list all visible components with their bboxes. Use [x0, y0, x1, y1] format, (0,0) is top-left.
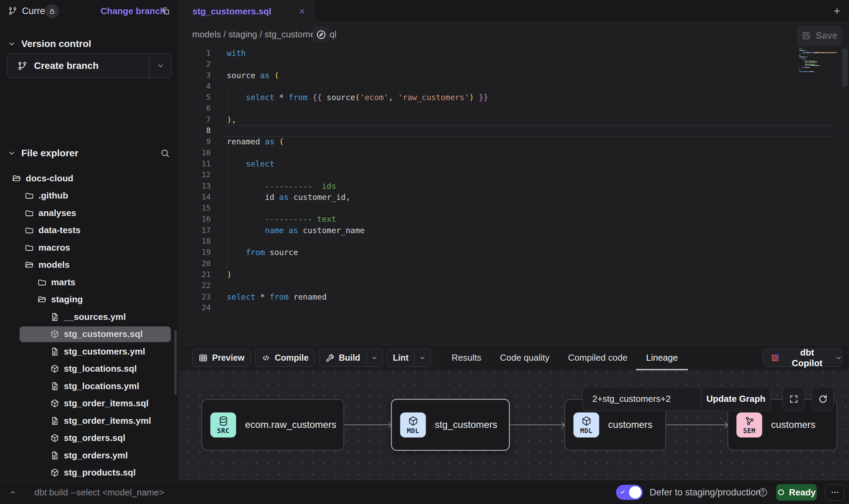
- file-explorer-section-header[interactable]: File explorer: [8, 148, 170, 159]
- tree-item-stg-order-items-sql[interactable]: stg_order_items.sql: [0, 395, 178, 412]
- line-number: 9: [179, 136, 211, 147]
- tab-compiled-code[interactable]: Compiled code: [568, 345, 627, 370]
- line-number: 11: [179, 158, 211, 169]
- save-icon: [801, 31, 811, 40]
- tree-item-stg-customers-sql[interactable]: stg_customers.sql: [0, 326, 178, 343]
- tree-item-label: stg_products.sql: [64, 467, 136, 478]
- sidebar-scrollbar[interactable]: [174, 330, 177, 395]
- chevron-down-icon: [419, 355, 426, 361]
- create-branch-button[interactable]: Create branch: [7, 53, 172, 78]
- editor-scrollbar[interactable]: [842, 48, 848, 87]
- copilot-compass-button[interactable]: [313, 26, 329, 43]
- node-label: stg_customers: [435, 419, 497, 430]
- tree-item-marts[interactable]: marts: [0, 274, 178, 291]
- change-branch-link[interactable]: Change branch: [101, 0, 165, 22]
- tree-item-stg-orders-yml[interactable]: stg_orders.yml: [0, 447, 178, 464]
- build-button[interactable]: Build: [319, 349, 383, 367]
- line-number: 10: [179, 147, 211, 158]
- code-line-14: 14 id as customer_id,: [179, 192, 839, 203]
- line-number: 22: [179, 280, 211, 291]
- tree-item-stg-orders-sql[interactable]: stg_orders.sql: [0, 430, 178, 447]
- network-icon: [744, 416, 755, 427]
- lineage-selector-input[interactable]: 2+stg_customers+2: [583, 387, 701, 411]
- check-icon: [620, 489, 625, 495]
- tree-item-data-tests[interactable]: data-tests: [0, 222, 178, 239]
- line-number: 17: [179, 225, 211, 236]
- code-editor[interactable]: 1with23source as (45 select * from {{ so…: [179, 47, 849, 345]
- refresh-button[interactable]: [812, 387, 834, 411]
- tab-stg-customers-sql[interactable]: stg_customers.sql: [179, 0, 315, 23]
- wrench-icon: [325, 353, 335, 363]
- help-icon[interactable]: [758, 487, 768, 497]
- defer-toggle[interactable]: [616, 485, 643, 500]
- tree-item-docs-cloud[interactable]: docs-cloud: [0, 170, 178, 187]
- tree-item-stg-locations-sql[interactable]: stg_locations.sql: [0, 360, 178, 378]
- lineage-edge: [510, 424, 565, 425]
- tree-item-macros[interactable]: macros: [0, 239, 178, 256]
- tab-bar: stg_customers.sql: [179, 0, 849, 22]
- src-badge: SRC: [210, 412, 236, 437]
- lineage-node-mdl-stg-customers[interactable]: MDLstg_customers: [391, 399, 510, 451]
- ready-status-button[interactable]: Ready: [776, 484, 817, 501]
- tab-results[interactable]: Results: [452, 345, 481, 370]
- code-line-12: 12: [179, 169, 839, 180]
- chevron-up-icon[interactable]: [9, 489, 16, 496]
- tab-code-quality[interactable]: Code quality: [500, 345, 550, 370]
- lineage-edge: [344, 424, 391, 425]
- defer-label: Defer to staging/production: [650, 480, 761, 504]
- tree-item-label: models: [38, 260, 70, 270]
- more-options-button[interactable]: [825, 484, 845, 501]
- sem-badge: SEM: [736, 412, 762, 437]
- tree-item-stg-customers-yml[interactable]: stg_customers.yml: [0, 343, 178, 360]
- cube-icon: [50, 329, 59, 339]
- folder-icon: [25, 243, 34, 252]
- dbt-copilot-button[interactable]: dbt Copilot: [763, 349, 842, 367]
- tree-item-stg-products-sql[interactable]: stg_products.sql: [0, 464, 178, 480]
- lineage-node-src-ecom-raw-customers[interactable]: SRCecom.raw_customers: [201, 399, 344, 451]
- line-number: 8: [179, 125, 211, 136]
- code-line-19: 19 from source: [179, 247, 839, 258]
- tree-item-models[interactable]: models: [0, 256, 178, 274]
- breadcrumb-bar: models / staging / stg_customers.sql Sav…: [179, 22, 849, 47]
- tree-item-staging[interactable]: staging: [0, 291, 178, 309]
- cube-icon: [581, 416, 592, 427]
- cube-icon: [408, 416, 419, 427]
- build-dropdown[interactable]: [366, 349, 382, 367]
- code-line-13: 13 ---------- ids: [179, 181, 839, 192]
- lineage-canvas[interactable]: SRCecom.raw_customersMDLstg_customersMDL…: [179, 370, 849, 480]
- update-graph-button[interactable]: Update Graph: [701, 387, 770, 411]
- fullscreen-button[interactable]: [782, 387, 805, 411]
- tree-item-label: stg_locations.sql: [64, 363, 137, 374]
- file-icon: [50, 347, 59, 356]
- new-tab-icon[interactable]: [833, 7, 841, 15]
- code-line-7: 7),: [179, 114, 839, 125]
- preview-button[interactable]: Preview: [192, 349, 251, 367]
- line-number: 24: [179, 302, 211, 313]
- line-number: 20: [179, 258, 211, 269]
- close-icon[interactable]: [298, 8, 306, 15]
- command-input[interactable]: dbt build --select <model_name>: [34, 480, 164, 504]
- version-control-section-header[interactable]: Version control: [8, 38, 91, 49]
- tree-item-sources-yml[interactable]: __sources.yml: [0, 308, 178, 326]
- file-icon: [50, 312, 59, 322]
- lineage-filter-group: 2+stg_customers+2 Update Graph: [582, 387, 771, 411]
- node-label: ecom.raw_customers: [245, 419, 336, 430]
- node-label: customers: [771, 419, 815, 430]
- tree-item-github[interactable]: .github: [0, 187, 178, 205]
- search-icon[interactable]: [160, 148, 170, 158]
- tree-item-stg-order-items-yml[interactable]: stg_order_items.yml: [0, 412, 178, 430]
- save-button[interactable]: Save: [797, 26, 842, 46]
- lint-dropdown[interactable]: [414, 349, 430, 367]
- lint-button[interactable]: Lint: [387, 349, 431, 367]
- compile-button[interactable]: Compile: [255, 349, 315, 367]
- copy-icon[interactable]: [161, 7, 170, 15]
- tree-item-label: stg_order_items.sql: [64, 398, 149, 409]
- tree-item-label: marts: [51, 277, 75, 288]
- main-panel: stg_customers.sql models / staging / stg…: [179, 0, 849, 480]
- code-line-11: 11 select: [179, 158, 839, 169]
- create-branch-dropdown[interactable]: [149, 54, 171, 78]
- tree-item-analyses[interactable]: analyses: [0, 204, 178, 222]
- dbt-cloud-ide: Current Change branch Version control Cr…: [0, 0, 849, 504]
- tab-lineage[interactable]: Lineage: [646, 345, 678, 370]
- tree-item-stg-locations-yml[interactable]: stg_locations.yml: [0, 377, 178, 395]
